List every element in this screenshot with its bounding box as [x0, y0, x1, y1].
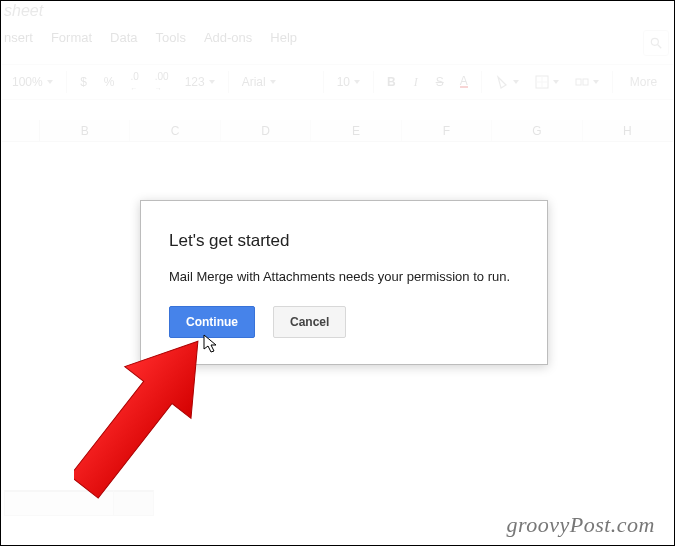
dialog-body-text: Mail Merge with Attachments needs your p… [169, 269, 519, 284]
menu-insert[interactable]: nsert [4, 30, 33, 56]
svg-rect-5 [576, 79, 581, 85]
document-title-fragment: sheet [2, 2, 43, 19]
search-icon[interactable] [643, 30, 669, 56]
menu-addons[interactable]: Add-ons [204, 30, 252, 56]
chevron-down-icon [513, 80, 519, 84]
sheet-tab[interactable] [4, 490, 114, 516]
toolbar-more-button[interactable]: More [620, 75, 667, 89]
column-header[interactable]: C [130, 120, 220, 141]
text-color-button[interactable]: A [454, 74, 474, 90]
svg-point-0 [651, 38, 658, 45]
decrease-decimal-button[interactable]: .0← [124, 67, 144, 97]
column-header[interactable]: H [583, 120, 673, 141]
svg-rect-6 [583, 79, 588, 85]
borders-button[interactable] [529, 73, 565, 91]
sheets-application-background: sheet nsert Format Data Tools Add-ons He… [2, 2, 673, 142]
column-header[interactable]: E [311, 120, 401, 141]
menu-help[interactable]: Help [270, 30, 297, 56]
column-header[interactable]: B [40, 120, 130, 141]
format-currency-button[interactable]: $ [74, 71, 94, 93]
menu-format[interactable]: Format [51, 30, 92, 56]
zoom-select[interactable]: 100% [6, 73, 59, 91]
chevron-down-icon [593, 80, 599, 84]
chevron-down-icon [553, 80, 559, 84]
chevron-down-icon [354, 80, 360, 84]
column-header[interactable]: F [402, 120, 492, 141]
permission-dialog: Let's get started Mail Merge with Attach… [140, 200, 548, 365]
menu-data[interactable]: Data [110, 30, 137, 56]
sheet-tab-bar [4, 490, 154, 516]
font-size-select[interactable]: 10 [331, 73, 366, 91]
cancel-button[interactable]: Cancel [273, 306, 346, 338]
column-header[interactable]: G [492, 120, 582, 141]
menu-tools[interactable]: Tools [156, 30, 186, 56]
chevron-down-icon [270, 80, 276, 84]
toolbar: 100% $ % .0← .00→ 123 Arial [2, 64, 673, 100]
column-header-row: B C D E F G H [2, 120, 673, 142]
dialog-title: Let's get started [169, 231, 519, 251]
continue-button[interactable]: Continue [169, 306, 255, 338]
bold-button[interactable]: B [381, 71, 402, 93]
chevron-down-icon [209, 80, 215, 84]
increase-decimal-button[interactable]: .00→ [149, 67, 175, 97]
format-percent-button[interactable]: % [98, 71, 121, 93]
chevron-down-icon [47, 80, 53, 84]
watermark-text: groovyPost.com [506, 512, 655, 538]
column-header[interactable]: D [221, 120, 311, 141]
font-family-select[interactable]: Arial [236, 73, 316, 91]
svg-line-1 [658, 45, 662, 49]
sheet-tab[interactable] [114, 490, 154, 516]
merge-cells-button[interactable] [569, 73, 605, 91]
dialog-actions: Continue Cancel [169, 306, 519, 338]
fill-color-button[interactable] [489, 73, 525, 91]
strikethrough-button[interactable]: S [430, 71, 450, 93]
menu-bar: nsert Format Data Tools Add-ons Help [2, 22, 673, 64]
number-format-select[interactable]: 123 [179, 73, 221, 91]
italic-button[interactable]: I [406, 71, 426, 94]
